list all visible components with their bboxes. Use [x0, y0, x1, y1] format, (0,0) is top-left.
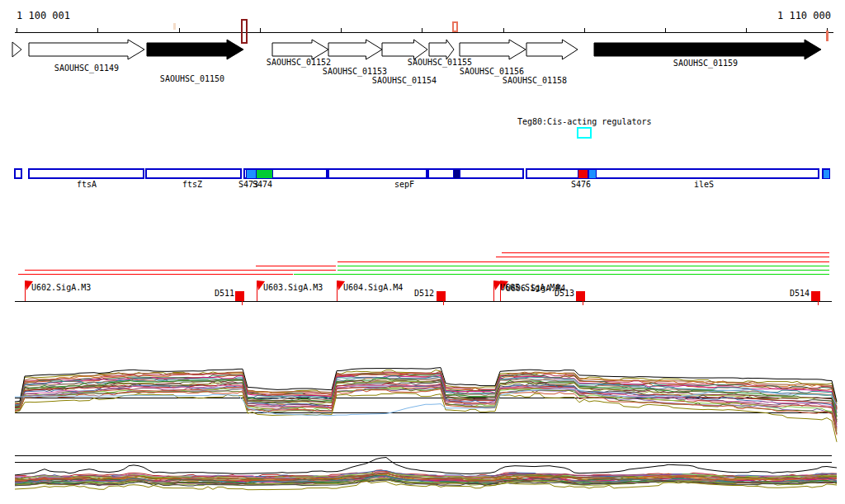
feature-segment[interactable]: [246, 169, 256, 178]
feature-segment[interactable]: [256, 169, 272, 178]
position-marker[interactable]: [826, 31, 828, 41]
gene-arrow[interactable]: [526, 40, 578, 59]
gene-label: SAOUHSC_01158: [503, 77, 567, 85]
promoter-label: U603.SigA.M3: [263, 284, 323, 292]
gene-arrow[interactable]: [460, 40, 526, 59]
gene-arrow[interactable]: [328, 40, 382, 59]
gene-label: SAOUHSC_01149: [54, 64, 119, 73]
terminator-label: D511: [215, 290, 234, 298]
gene-arrow[interactable]: [429, 40, 454, 59]
feature-box[interactable]: [146, 169, 241, 178]
gene-label: SAOUHSC_01155: [408, 59, 472, 67]
cis-regulator-box[interactable]: [578, 128, 591, 138]
terminator-label: D512: [414, 290, 434, 298]
position-marker[interactable]: [173, 23, 176, 30]
promoter-label: U604.SigA.M4: [343, 284, 403, 292]
terminator-mark[interactable]: [235, 291, 244, 301]
terminator-mark[interactable]: [576, 291, 585, 301]
feature-segment[interactable]: [823, 169, 829, 178]
feature-label: sepF: [394, 181, 414, 189]
gene-arrow[interactable]: [382, 40, 427, 59]
gene-label: SAOUHSC_01156: [460, 68, 524, 76]
regulator-set-label: Teg80:Cis-acting regulators: [517, 118, 652, 126]
feature-label: S474: [253, 181, 272, 189]
genome-browser-view: 1 100 001 1 110 000 Teg80:Cis-acting reg…: [0, 0, 845, 504]
promoter-label: U602.SigA.M3: [31, 284, 91, 292]
gene-label: SAOUHSC_01150: [160, 75, 224, 83]
gene-arrow[interactable]: [147, 40, 243, 59]
terminator-mark[interactable]: [811, 291, 820, 301]
feature-label: S476: [571, 181, 591, 189]
feature-box[interactable]: [428, 169, 523, 178]
feature-segment[interactable]: [578, 169, 588, 178]
terminator-label: D514: [790, 290, 810, 298]
gene-label: SAOUHSC_01159: [673, 59, 738, 68]
terminator-label: D513: [555, 290, 574, 298]
feature-box[interactable]: [15, 169, 21, 178]
gene-arrow[interactable]: [594, 40, 821, 59]
expression-series: [15, 458, 837, 475]
gene-arrow[interactable]: [12, 42, 21, 57]
feature-box[interactable]: [526, 169, 819, 178]
feature-label: ileS: [694, 181, 714, 189]
feature-segment[interactable]: [588, 169, 596, 178]
feature-segment[interactable]: [453, 169, 460, 178]
gene-label: SAOUHSC_01154: [372, 77, 437, 85]
feature-label: ftsA: [77, 181, 97, 189]
gene-label: SAOUHSC_01152: [267, 59, 331, 67]
position-marker[interactable]: [242, 20, 247, 43]
feature-label: ftsZ: [182, 181, 202, 189]
gene-label: SAOUHSC_01153: [323, 68, 387, 76]
gene-arrow[interactable]: [29, 40, 144, 59]
feature-box[interactable]: [29, 169, 144, 178]
position-marker[interactable]: [453, 22, 457, 31]
feature-box[interactable]: [328, 169, 427, 178]
terminator-mark[interactable]: [437, 291, 446, 301]
gene-arrow[interactable]: [272, 40, 328, 59]
